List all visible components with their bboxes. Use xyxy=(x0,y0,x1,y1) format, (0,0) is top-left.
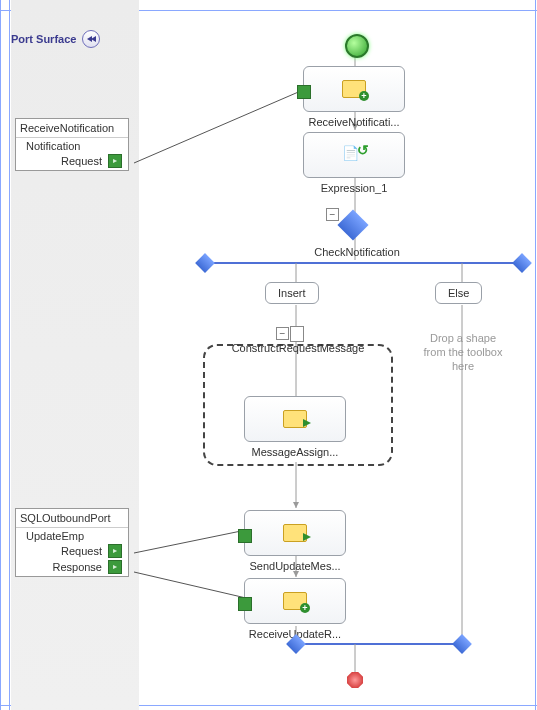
shape-label: SendUpdateMes... xyxy=(249,560,340,572)
port-surface[interactable] xyxy=(11,0,139,710)
stop-icon xyxy=(347,672,363,688)
port-message-label: Request xyxy=(61,545,102,557)
port-message-label: Response xyxy=(52,561,102,573)
expression-shape[interactable]: Expression_1 xyxy=(303,132,405,194)
start-shape[interactable] xyxy=(345,34,369,58)
branch-diamond-right xyxy=(512,253,532,273)
shape-label: Expression_1 xyxy=(321,182,388,194)
branch-label: Else xyxy=(448,287,469,299)
else-hint: Drop a shape from the toolbox here xyxy=(418,332,508,373)
guide-v-left xyxy=(0,0,1,710)
end-shape[interactable] xyxy=(347,672,363,688)
branch-insert[interactable]: Insert xyxy=(265,282,319,304)
send-icon xyxy=(283,524,307,542)
guide-v-left2 xyxy=(9,0,10,710)
direction-arrow-icon[interactable] xyxy=(108,544,122,558)
start-icon xyxy=(345,34,369,58)
receive-notification-shape[interactable]: + ReceiveNotificati... xyxy=(303,66,405,128)
port-handle-icon[interactable] xyxy=(297,85,311,99)
port-surface-header: Port Surface xyxy=(11,30,100,48)
svg-line-15 xyxy=(134,90,303,163)
decision-label: CheckNotification xyxy=(312,246,402,258)
guide-v-right xyxy=(535,0,536,710)
construct-icon xyxy=(290,326,304,342)
port-message-request[interactable]: Request xyxy=(16,544,128,560)
port-message-label: Request xyxy=(61,155,102,167)
direction-arrow-icon[interactable] xyxy=(108,560,122,574)
branch-label: Insert xyxy=(278,287,306,299)
construct-title: ConstructRequestMessage xyxy=(226,342,371,354)
send-update-shape[interactable]: SendUpdateMes... xyxy=(244,510,346,572)
receive-icon: + xyxy=(342,80,366,98)
port-title: SQLOutboundPort xyxy=(16,509,128,528)
port-message-request[interactable]: Request xyxy=(16,154,128,170)
orch-canvas[interactable]: Port Surface ReceiveNotification Notific… xyxy=(0,0,537,710)
port-sql-outbound[interactable]: SQLOutboundPort UpdateEmp Request Respon… xyxy=(15,508,129,577)
port-title: ReceiveNotification xyxy=(16,119,128,138)
receive-update-shape[interactable]: + ReceiveUpdateR... xyxy=(244,578,346,640)
branch-else[interactable]: Else xyxy=(435,282,482,304)
shape-label: MessageAssign... xyxy=(252,446,339,458)
msg-assign-icon xyxy=(283,410,307,428)
collapse-icon[interactable] xyxy=(82,30,100,48)
shape-label: ReceiveNotificati... xyxy=(308,116,399,128)
port-surface-label: Port Surface xyxy=(11,33,76,45)
port-handle-icon[interactable] xyxy=(238,597,252,611)
port-receive-notification[interactable]: ReceiveNotification Notification Request xyxy=(15,118,129,171)
port-handle-icon[interactable] xyxy=(238,529,252,543)
svg-line-16 xyxy=(134,530,246,553)
expander-icon[interactable]: − xyxy=(276,327,289,340)
branch-diamond-left xyxy=(195,253,215,273)
direction-arrow-icon[interactable] xyxy=(108,154,122,168)
message-assignment-shape[interactable]: MessageAssign... xyxy=(244,396,346,458)
port-operation: Notification xyxy=(16,138,128,154)
merge-diamond-right xyxy=(452,634,472,654)
diamond-icon xyxy=(337,209,368,240)
port-operation: UpdateEmp xyxy=(16,528,128,544)
decision-shape[interactable] xyxy=(342,214,364,236)
port-message-response[interactable]: Response xyxy=(16,560,128,576)
branch-label-box: Else xyxy=(435,282,482,304)
branch-label-box: Insert xyxy=(265,282,319,304)
expression-icon xyxy=(342,146,366,164)
svg-line-17 xyxy=(134,572,246,598)
receive-icon: + xyxy=(283,592,307,610)
expander-icon[interactable]: − xyxy=(326,208,339,221)
